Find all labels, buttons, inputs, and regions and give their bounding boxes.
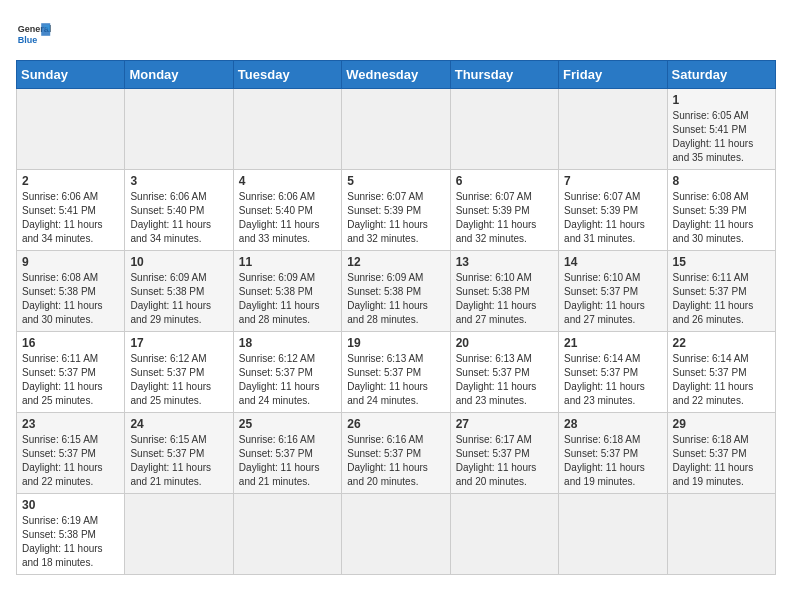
calendar-cell	[342, 89, 450, 170]
day-number: 2	[22, 174, 119, 188]
day-number: 24	[130, 417, 227, 431]
calendar-header-row: SundayMondayTuesdayWednesdayThursdayFrid…	[17, 61, 776, 89]
day-number: 8	[673, 174, 770, 188]
calendar-cell: 7Sunrise: 6:07 AM Sunset: 5:39 PM Daylig…	[559, 170, 667, 251]
calendar-cell: 26Sunrise: 6:16 AM Sunset: 5:37 PM Dayli…	[342, 413, 450, 494]
calendar-cell	[450, 89, 558, 170]
day-number: 7	[564, 174, 661, 188]
calendar-cell: 10Sunrise: 6:09 AM Sunset: 5:38 PM Dayli…	[125, 251, 233, 332]
day-number: 14	[564, 255, 661, 269]
day-info: Sunrise: 6:12 AM Sunset: 5:37 PM Dayligh…	[130, 352, 227, 408]
day-info: Sunrise: 6:06 AM Sunset: 5:40 PM Dayligh…	[239, 190, 336, 246]
calendar-week-3: 9Sunrise: 6:08 AM Sunset: 5:38 PM Daylig…	[17, 251, 776, 332]
calendar-cell: 8Sunrise: 6:08 AM Sunset: 5:39 PM Daylig…	[667, 170, 775, 251]
day-number: 12	[347, 255, 444, 269]
calendar-cell: 1Sunrise: 6:05 AM Sunset: 5:41 PM Daylig…	[667, 89, 775, 170]
calendar-cell: 29Sunrise: 6:18 AM Sunset: 5:37 PM Dayli…	[667, 413, 775, 494]
calendar-cell: 20Sunrise: 6:13 AM Sunset: 5:37 PM Dayli…	[450, 332, 558, 413]
calendar-week-2: 2Sunrise: 6:06 AM Sunset: 5:41 PM Daylig…	[17, 170, 776, 251]
day-number: 21	[564, 336, 661, 350]
calendar-cell	[450, 494, 558, 575]
calendar-cell: 11Sunrise: 6:09 AM Sunset: 5:38 PM Dayli…	[233, 251, 341, 332]
day-info: Sunrise: 6:11 AM Sunset: 5:37 PM Dayligh…	[22, 352, 119, 408]
calendar-cell: 13Sunrise: 6:10 AM Sunset: 5:38 PM Dayli…	[450, 251, 558, 332]
calendar-cell: 12Sunrise: 6:09 AM Sunset: 5:38 PM Dayli…	[342, 251, 450, 332]
day-number: 20	[456, 336, 553, 350]
day-info: Sunrise: 6:07 AM Sunset: 5:39 PM Dayligh…	[564, 190, 661, 246]
calendar-cell: 25Sunrise: 6:16 AM Sunset: 5:37 PM Dayli…	[233, 413, 341, 494]
calendar-cell: 6Sunrise: 6:07 AM Sunset: 5:39 PM Daylig…	[450, 170, 558, 251]
col-header-sunday: Sunday	[17, 61, 125, 89]
day-info: Sunrise: 6:08 AM Sunset: 5:39 PM Dayligh…	[673, 190, 770, 246]
day-number: 22	[673, 336, 770, 350]
day-number: 9	[22, 255, 119, 269]
calendar-cell	[17, 89, 125, 170]
calendar-table: SundayMondayTuesdayWednesdayThursdayFrid…	[16, 60, 776, 575]
calendar-week-5: 23Sunrise: 6:15 AM Sunset: 5:37 PM Dayli…	[17, 413, 776, 494]
day-number: 25	[239, 417, 336, 431]
day-info: Sunrise: 6:14 AM Sunset: 5:37 PM Dayligh…	[564, 352, 661, 408]
day-number: 5	[347, 174, 444, 188]
day-number: 1	[673, 93, 770, 107]
calendar-cell: 17Sunrise: 6:12 AM Sunset: 5:37 PM Dayli…	[125, 332, 233, 413]
calendar-cell: 22Sunrise: 6:14 AM Sunset: 5:37 PM Dayli…	[667, 332, 775, 413]
calendar-cell: 23Sunrise: 6:15 AM Sunset: 5:37 PM Dayli…	[17, 413, 125, 494]
day-info: Sunrise: 6:08 AM Sunset: 5:38 PM Dayligh…	[22, 271, 119, 327]
day-number: 16	[22, 336, 119, 350]
calendar-cell: 5Sunrise: 6:07 AM Sunset: 5:39 PM Daylig…	[342, 170, 450, 251]
day-number: 27	[456, 417, 553, 431]
header: General Blue	[16, 16, 776, 52]
calendar-cell: 2Sunrise: 6:06 AM Sunset: 5:41 PM Daylig…	[17, 170, 125, 251]
day-info: Sunrise: 6:10 AM Sunset: 5:37 PM Dayligh…	[564, 271, 661, 327]
day-info: Sunrise: 6:18 AM Sunset: 5:37 PM Dayligh…	[673, 433, 770, 489]
day-number: 15	[673, 255, 770, 269]
calendar-cell: 24Sunrise: 6:15 AM Sunset: 5:37 PM Dayli…	[125, 413, 233, 494]
day-number: 23	[22, 417, 119, 431]
day-number: 3	[130, 174, 227, 188]
calendar-cell: 27Sunrise: 6:17 AM Sunset: 5:37 PM Dayli…	[450, 413, 558, 494]
calendar-cell	[342, 494, 450, 575]
day-info: Sunrise: 6:14 AM Sunset: 5:37 PM Dayligh…	[673, 352, 770, 408]
calendar-cell: 9Sunrise: 6:08 AM Sunset: 5:38 PM Daylig…	[17, 251, 125, 332]
day-info: Sunrise: 6:06 AM Sunset: 5:40 PM Dayligh…	[130, 190, 227, 246]
day-info: Sunrise: 6:13 AM Sunset: 5:37 PM Dayligh…	[456, 352, 553, 408]
calendar-cell: 19Sunrise: 6:13 AM Sunset: 5:37 PM Dayli…	[342, 332, 450, 413]
calendar-cell: 14Sunrise: 6:10 AM Sunset: 5:37 PM Dayli…	[559, 251, 667, 332]
col-header-monday: Monday	[125, 61, 233, 89]
day-number: 30	[22, 498, 119, 512]
day-number: 17	[130, 336, 227, 350]
col-header-friday: Friday	[559, 61, 667, 89]
day-number: 13	[456, 255, 553, 269]
logo-icon: General Blue	[16, 16, 52, 52]
col-header-saturday: Saturday	[667, 61, 775, 89]
day-info: Sunrise: 6:11 AM Sunset: 5:37 PM Dayligh…	[673, 271, 770, 327]
day-number: 28	[564, 417, 661, 431]
calendar-cell	[125, 494, 233, 575]
day-info: Sunrise: 6:15 AM Sunset: 5:37 PM Dayligh…	[130, 433, 227, 489]
day-info: Sunrise: 6:17 AM Sunset: 5:37 PM Dayligh…	[456, 433, 553, 489]
day-number: 6	[456, 174, 553, 188]
day-info: Sunrise: 6:12 AM Sunset: 5:37 PM Dayligh…	[239, 352, 336, 408]
calendar-cell: 28Sunrise: 6:18 AM Sunset: 5:37 PM Dayli…	[559, 413, 667, 494]
calendar-cell	[125, 89, 233, 170]
day-number: 18	[239, 336, 336, 350]
calendar-week-1: 1Sunrise: 6:05 AM Sunset: 5:41 PM Daylig…	[17, 89, 776, 170]
col-header-thursday: Thursday	[450, 61, 558, 89]
calendar-cell	[667, 494, 775, 575]
day-info: Sunrise: 6:13 AM Sunset: 5:37 PM Dayligh…	[347, 352, 444, 408]
day-info: Sunrise: 6:07 AM Sunset: 5:39 PM Dayligh…	[347, 190, 444, 246]
calendar-cell: 30Sunrise: 6:19 AM Sunset: 5:38 PM Dayli…	[17, 494, 125, 575]
col-header-tuesday: Tuesday	[233, 61, 341, 89]
day-info: Sunrise: 6:09 AM Sunset: 5:38 PM Dayligh…	[130, 271, 227, 327]
day-number: 11	[239, 255, 336, 269]
calendar-cell	[233, 89, 341, 170]
calendar-cell	[559, 494, 667, 575]
day-info: Sunrise: 6:15 AM Sunset: 5:37 PM Dayligh…	[22, 433, 119, 489]
day-info: Sunrise: 6:09 AM Sunset: 5:38 PM Dayligh…	[347, 271, 444, 327]
calendar-cell: 21Sunrise: 6:14 AM Sunset: 5:37 PM Dayli…	[559, 332, 667, 413]
day-number: 10	[130, 255, 227, 269]
calendar-cell: 4Sunrise: 6:06 AM Sunset: 5:40 PM Daylig…	[233, 170, 341, 251]
calendar-cell: 18Sunrise: 6:12 AM Sunset: 5:37 PM Dayli…	[233, 332, 341, 413]
svg-text:Blue: Blue	[18, 35, 38, 45]
calendar-cell: 15Sunrise: 6:11 AM Sunset: 5:37 PM Dayli…	[667, 251, 775, 332]
